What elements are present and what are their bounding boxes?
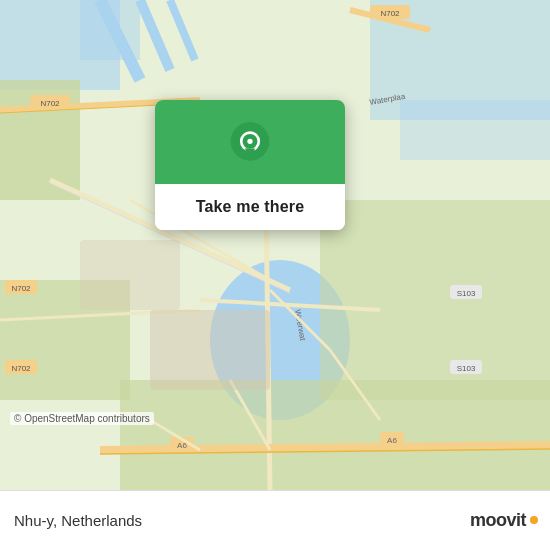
svg-rect-10: [300, 380, 550, 490]
location-pin-icon: [228, 122, 272, 166]
map-container: N702 N702 A6 A6 S103 S103 N702 N702 Wate…: [0, 0, 550, 490]
svg-text:S103: S103: [457, 364, 476, 373]
location-name: Nhu-y, Netherlands: [14, 512, 142, 529]
svg-text:N702: N702: [11, 284, 31, 293]
take-me-there-button[interactable]: Take me there: [155, 184, 345, 230]
popup-card: Take me there: [155, 100, 345, 230]
svg-text:N702: N702: [40, 99, 60, 108]
svg-text:N702: N702: [11, 364, 31, 373]
popup-header: [155, 100, 345, 184]
copyright-text: © OpenStreetMap contributors: [10, 412, 154, 425]
svg-text:A6: A6: [387, 436, 397, 445]
svg-rect-9: [120, 380, 300, 490]
svg-rect-5: [400, 100, 550, 160]
svg-rect-48: [80, 240, 180, 310]
svg-text:N702: N702: [380, 9, 400, 18]
moovit-dot-icon: [530, 516, 538, 524]
moovit-logo: moovit: [470, 510, 538, 531]
svg-text:S103: S103: [457, 289, 476, 298]
svg-point-51: [247, 139, 252, 144]
svg-rect-8: [320, 200, 550, 400]
bottom-bar: Nhu-y, Netherlands moovit: [0, 490, 550, 550]
moovit-text: moovit: [470, 510, 526, 531]
svg-rect-47: [150, 310, 270, 390]
